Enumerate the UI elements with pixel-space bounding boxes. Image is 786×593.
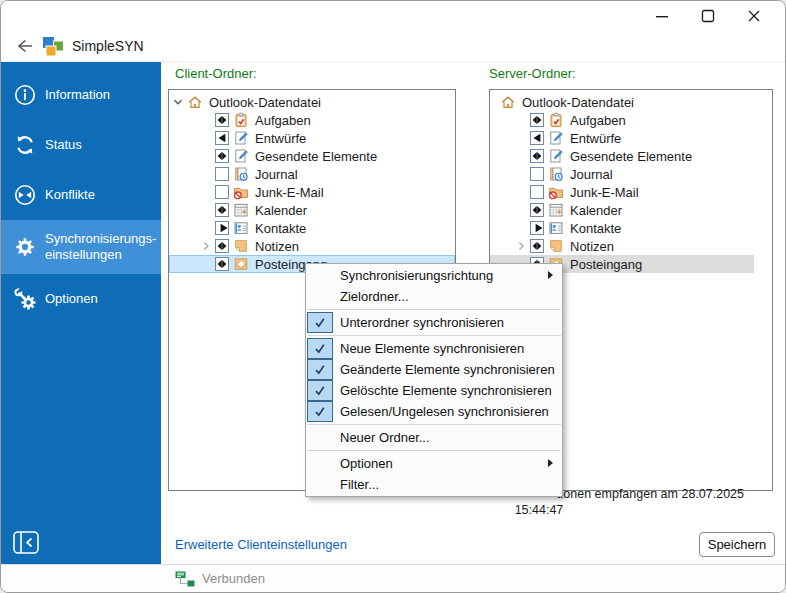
client-tree-item-junk-e-mail[interactable]: Junk-E-Mail <box>169 183 455 201</box>
app-header: SimpleSYN <box>1 31 785 61</box>
sync-direction-both-icon[interactable] <box>215 149 229 163</box>
sidebar-item-information[interactable]: Information <box>1 70 161 120</box>
tree-item-label: Outlook-Datendatei <box>209 95 325 110</box>
tree-item-label: Notizen <box>255 239 303 254</box>
tree-item-label: Aufgaben <box>255 113 315 128</box>
menu-item-gelesen-ungelesen-synchronisieren[interactable]: Gelesen/Ungelesen synchronisieren <box>306 401 562 422</box>
save-button[interactable]: Speichern <box>699 532 775 557</box>
menu-item-filter[interactable]: Filter... <box>306 474 562 495</box>
folder-tasks-icon <box>548 112 564 128</box>
folder-junk-icon <box>233 184 249 200</box>
client-tree-item-outlook-datendatei[interactable]: Outlook-Datendatei <box>169 93 455 111</box>
menu-item-label: Unterordner synchronisieren <box>340 315 504 330</box>
tree-item-label: Kontakte <box>255 221 310 236</box>
tree-item-label: Aufgaben <box>570 113 630 128</box>
sync-direction-none-icon[interactable] <box>215 185 229 199</box>
server-tree-item-gesendete-elemente[interactable]: Gesendete Elemente <box>490 147 772 165</box>
client-tree-item-entwuerfe[interactable]: Entwürfe <box>169 129 455 147</box>
folder-tasks-icon <box>233 112 249 128</box>
menu-item-neue-elemente-synchronisieren[interactable]: Neue Elemente synchronisieren <box>306 338 562 359</box>
folder-calendar-icon <box>233 202 249 218</box>
advanced-client-settings-link[interactable]: Erweiterte Clienteinstellungen <box>175 537 347 552</box>
sidebar-item-label: Optionen <box>45 291 149 307</box>
folder-contacts-icon <box>233 220 249 236</box>
folder-journal-icon <box>548 166 564 182</box>
server-tree-item-outlook-datendatei[interactable]: Outlook-Datendatei <box>490 93 772 111</box>
collapse-sidebar-button[interactable] <box>11 529 41 555</box>
collapse-sidebar-icon <box>13 531 39 554</box>
sync-direction-left-icon[interactable] <box>530 131 544 145</box>
status-bar: Verbunden <box>1 564 785 592</box>
chevron-right-icon[interactable] <box>197 241 215 251</box>
sidebar-item-synchronisierungs-einstellungen[interactable]: Synchronisierungs-einstellungen <box>1 220 161 274</box>
conflicts-icon <box>13 182 37 208</box>
close-button[interactable] <box>731 1 777 31</box>
menu-item-zielordner[interactable]: Zielordner... <box>306 286 562 307</box>
sidebar-item-status[interactable]: Status <box>1 120 161 170</box>
server-tree-item-junk-e-mail[interactable]: Junk-E-Mail <box>490 183 772 201</box>
sync-direction-both-icon[interactable] <box>215 203 229 217</box>
menu-item-label: Synchronisierungsrichtung <box>340 268 493 283</box>
server-tree-item-kontakte[interactable]: Kontakte <box>490 219 772 237</box>
client-tree-item-journal[interactable]: Journal <box>169 165 455 183</box>
folder-journal-icon <box>233 166 249 182</box>
menu-item-synchronisierungsrichtung[interactable]: Synchronisierungsrichtung <box>306 265 562 286</box>
app-title: SimpleSYN <box>72 38 144 54</box>
sidebar-item-konflikte[interactable]: Konflikte <box>1 170 161 220</box>
sync-info-line2: 15:44:47 <box>334 503 744 517</box>
sync-direction-both-icon[interactable] <box>530 113 544 127</box>
sync-direction-both-icon[interactable] <box>530 239 544 253</box>
sync-direction-both-icon[interactable] <box>215 257 229 271</box>
server-tree-item-kalender[interactable]: Kalender <box>490 201 772 219</box>
server-tree-item-notizen[interactable]: Notizen <box>490 237 772 255</box>
maximize-button[interactable] <box>685 1 731 31</box>
folder-drafts-icon <box>233 130 249 146</box>
menu-item-unterordner-synchronisieren[interactable]: Unterordner synchronisieren <box>306 312 562 333</box>
sidebar-item-optionen[interactable]: Optionen <box>1 274 161 324</box>
sync-direction-both-icon[interactable] <box>530 203 544 217</box>
checkmark-icon <box>307 380 333 401</box>
titlebar <box>1 1 785 31</box>
client-tree-item-aufgaben[interactable]: Aufgaben <box>169 111 455 129</box>
sync-direction-none-icon[interactable] <box>530 185 544 199</box>
folder-calendar-icon <box>548 202 564 218</box>
tree-item-label: Notizen <box>570 239 618 254</box>
folder-junk-icon <box>548 184 564 200</box>
submenu-arrow-icon <box>548 459 553 467</box>
sync-direction-left-icon[interactable] <box>215 131 229 145</box>
server-tree-item-entwuerfe[interactable]: Entwürfe <box>490 129 772 147</box>
client-tree-item-gesendete-elemente[interactable]: Gesendete Elemente <box>169 147 455 165</box>
chevron-right-icon[interactable] <box>512 241 530 251</box>
sync-direction-both-icon[interactable] <box>530 149 544 163</box>
folder-drafts-icon <box>233 148 249 164</box>
app-window: SimpleSYN InformationStatusKonflikteSync… <box>0 0 786 593</box>
tree-item-label: Outlook-Datendatei <box>522 95 638 110</box>
minimize-button[interactable] <box>639 1 685 31</box>
tree-item-label: Kalender <box>570 203 626 218</box>
sync-direction-right-icon[interactable] <box>215 221 229 235</box>
sync-direction-both-icon[interactable] <box>215 113 229 127</box>
menu-item-optionen[interactable]: Optionen <box>306 453 562 474</box>
folder-drafts-icon <box>548 130 564 146</box>
menu-item-geaenderte-elemente-synchronisieren[interactable]: Geänderte Elemente synchronisieren <box>306 359 562 380</box>
sync-direction-none-icon[interactable] <box>530 167 544 181</box>
client-tree-item-notizen[interactable]: Notizen <box>169 237 455 255</box>
tree-item-label: Gesendete Elemente <box>255 149 381 164</box>
simplesyn-logo-icon <box>43 36 65 57</box>
client-tree-item-kontakte[interactable]: Kontakte <box>169 219 455 237</box>
client-tree-item-kalender[interactable]: Kalender <box>169 201 455 219</box>
menu-item-geloeschte-elemente-synchronisieren[interactable]: Gelöschte Elemente synchronisieren <box>306 380 562 401</box>
sync-direction-none-icon[interactable] <box>215 167 229 181</box>
menu-item-neuer-ordner[interactable]: Neuer Ordner... <box>306 427 562 448</box>
folder-notes-icon <box>233 238 249 254</box>
minimize-icon <box>655 9 669 23</box>
chevron-down-icon[interactable] <box>169 97 187 107</box>
gear-icon <box>13 234 37 260</box>
back-button[interactable] <box>9 38 39 54</box>
server-tree-item-aufgaben[interactable]: Aufgaben <box>490 111 772 129</box>
folder-inbox-icon <box>233 256 249 272</box>
menu-item-label: Filter... <box>340 477 379 492</box>
sync-direction-right-icon[interactable] <box>530 221 544 235</box>
server-tree-item-journal[interactable]: Journal <box>490 165 772 183</box>
sync-direction-both-icon[interactable] <box>215 239 229 253</box>
